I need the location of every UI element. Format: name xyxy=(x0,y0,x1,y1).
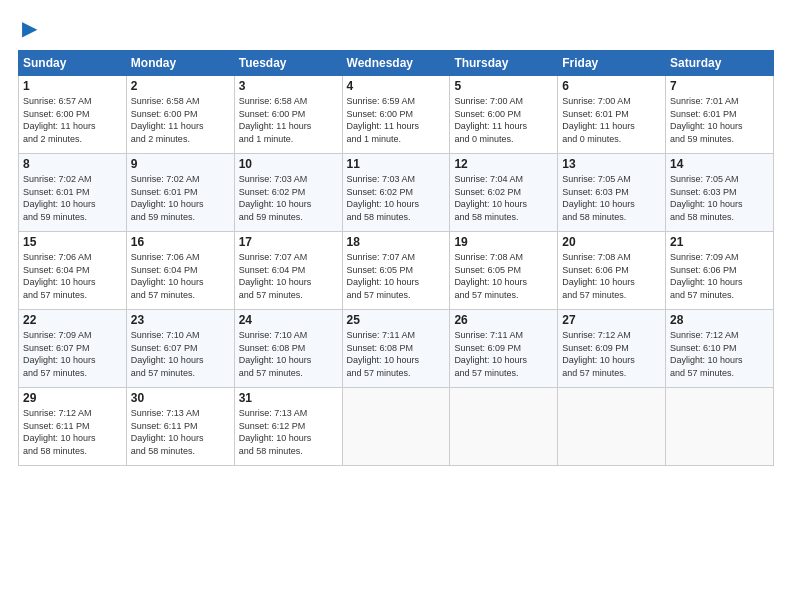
day-detail: Sunrise: 7:08 AMSunset: 6:06 PMDaylight:… xyxy=(562,251,661,301)
day-number: 28 xyxy=(670,313,769,327)
calendar-cell: 18Sunrise: 7:07 AMSunset: 6:05 PMDayligh… xyxy=(342,232,450,310)
calendar-cell: 27Sunrise: 7:12 AMSunset: 6:09 PMDayligh… xyxy=(558,310,666,388)
day-number: 5 xyxy=(454,79,553,93)
day-detail: Sunrise: 7:09 AMSunset: 6:06 PMDaylight:… xyxy=(670,251,769,301)
day-number: 25 xyxy=(347,313,446,327)
day-number: 27 xyxy=(562,313,661,327)
calendar-cell: 25Sunrise: 7:11 AMSunset: 6:08 PMDayligh… xyxy=(342,310,450,388)
calendar-week-row: 8Sunrise: 7:02 AMSunset: 6:01 PMDaylight… xyxy=(19,154,774,232)
calendar-cell: 28Sunrise: 7:12 AMSunset: 6:10 PMDayligh… xyxy=(666,310,774,388)
calendar-cell xyxy=(450,388,558,466)
day-detail: Sunrise: 7:06 AMSunset: 6:04 PMDaylight:… xyxy=(23,251,122,301)
day-number: 14 xyxy=(670,157,769,171)
day-number: 18 xyxy=(347,235,446,249)
day-number: 20 xyxy=(562,235,661,249)
day-number: 11 xyxy=(347,157,446,171)
day-number: 8 xyxy=(23,157,122,171)
calendar-cell: 9Sunrise: 7:02 AMSunset: 6:01 PMDaylight… xyxy=(126,154,234,232)
day-detail: Sunrise: 7:03 AMSunset: 6:02 PMDaylight:… xyxy=(347,173,446,223)
calendar-cell: 3Sunrise: 6:58 AMSunset: 6:00 PMDaylight… xyxy=(234,76,342,154)
day-detail: Sunrise: 6:57 AMSunset: 6:00 PMDaylight:… xyxy=(23,95,122,145)
calendar-cell: 30Sunrise: 7:13 AMSunset: 6:11 PMDayligh… xyxy=(126,388,234,466)
header: ▶ xyxy=(18,16,774,40)
day-detail: Sunrise: 7:10 AMSunset: 6:07 PMDaylight:… xyxy=(131,329,230,379)
day-number: 29 xyxy=(23,391,122,405)
calendar-cell: 23Sunrise: 7:10 AMSunset: 6:07 PMDayligh… xyxy=(126,310,234,388)
calendar-cell: 13Sunrise: 7:05 AMSunset: 6:03 PMDayligh… xyxy=(558,154,666,232)
calendar-cell xyxy=(666,388,774,466)
calendar-cell: 14Sunrise: 7:05 AMSunset: 6:03 PMDayligh… xyxy=(666,154,774,232)
day-detail: Sunrise: 6:58 AMSunset: 6:00 PMDaylight:… xyxy=(239,95,338,145)
logo-arrow-icon: ▶ xyxy=(22,16,37,40)
day-detail: Sunrise: 7:07 AMSunset: 6:04 PMDaylight:… xyxy=(239,251,338,301)
day-number: 22 xyxy=(23,313,122,327)
calendar-cell: 24Sunrise: 7:10 AMSunset: 6:08 PMDayligh… xyxy=(234,310,342,388)
day-number: 13 xyxy=(562,157,661,171)
day-detail: Sunrise: 7:03 AMSunset: 6:02 PMDaylight:… xyxy=(239,173,338,223)
calendar-body: 1Sunrise: 6:57 AMSunset: 6:00 PMDaylight… xyxy=(19,76,774,466)
calendar-cell: 15Sunrise: 7:06 AMSunset: 6:04 PMDayligh… xyxy=(19,232,127,310)
day-detail: Sunrise: 6:59 AMSunset: 6:00 PMDaylight:… xyxy=(347,95,446,145)
weekday-header: Tuesday xyxy=(234,51,342,76)
calendar: SundayMondayTuesdayWednesdayThursdayFrid… xyxy=(18,50,774,466)
day-detail: Sunrise: 7:11 AMSunset: 6:09 PMDaylight:… xyxy=(454,329,553,379)
day-number: 21 xyxy=(670,235,769,249)
weekday-header: Thursday xyxy=(450,51,558,76)
day-detail: Sunrise: 7:12 AMSunset: 6:11 PMDaylight:… xyxy=(23,407,122,457)
calendar-cell: 7Sunrise: 7:01 AMSunset: 6:01 PMDaylight… xyxy=(666,76,774,154)
day-number: 1 xyxy=(23,79,122,93)
day-detail: Sunrise: 7:13 AMSunset: 6:11 PMDaylight:… xyxy=(131,407,230,457)
calendar-cell: 22Sunrise: 7:09 AMSunset: 6:07 PMDayligh… xyxy=(19,310,127,388)
calendar-cell: 29Sunrise: 7:12 AMSunset: 6:11 PMDayligh… xyxy=(19,388,127,466)
calendar-week-row: 29Sunrise: 7:12 AMSunset: 6:11 PMDayligh… xyxy=(19,388,774,466)
calendar-cell: 4Sunrise: 6:59 AMSunset: 6:00 PMDaylight… xyxy=(342,76,450,154)
day-number: 19 xyxy=(454,235,553,249)
weekday-header: Friday xyxy=(558,51,666,76)
weekday-header: Wednesday xyxy=(342,51,450,76)
day-detail: Sunrise: 7:11 AMSunset: 6:08 PMDaylight:… xyxy=(347,329,446,379)
calendar-cell: 20Sunrise: 7:08 AMSunset: 6:06 PMDayligh… xyxy=(558,232,666,310)
calendar-cell: 2Sunrise: 6:58 AMSunset: 6:00 PMDaylight… xyxy=(126,76,234,154)
day-number: 2 xyxy=(131,79,230,93)
day-number: 15 xyxy=(23,235,122,249)
day-number: 7 xyxy=(670,79,769,93)
calendar-cell: 26Sunrise: 7:11 AMSunset: 6:09 PMDayligh… xyxy=(450,310,558,388)
calendar-cell: 6Sunrise: 7:00 AMSunset: 6:01 PMDaylight… xyxy=(558,76,666,154)
calendar-cell: 1Sunrise: 6:57 AMSunset: 6:00 PMDaylight… xyxy=(19,76,127,154)
day-detail: Sunrise: 7:06 AMSunset: 6:04 PMDaylight:… xyxy=(131,251,230,301)
day-detail: Sunrise: 7:00 AMSunset: 6:00 PMDaylight:… xyxy=(454,95,553,145)
day-detail: Sunrise: 7:01 AMSunset: 6:01 PMDaylight:… xyxy=(670,95,769,145)
day-detail: Sunrise: 7:12 AMSunset: 6:10 PMDaylight:… xyxy=(670,329,769,379)
weekday-header: Monday xyxy=(126,51,234,76)
calendar-cell: 16Sunrise: 7:06 AMSunset: 6:04 PMDayligh… xyxy=(126,232,234,310)
day-detail: Sunrise: 7:02 AMSunset: 6:01 PMDaylight:… xyxy=(131,173,230,223)
day-detail: Sunrise: 7:05 AMSunset: 6:03 PMDaylight:… xyxy=(562,173,661,223)
calendar-cell: 11Sunrise: 7:03 AMSunset: 6:02 PMDayligh… xyxy=(342,154,450,232)
day-number: 30 xyxy=(131,391,230,405)
day-number: 31 xyxy=(239,391,338,405)
day-detail: Sunrise: 6:58 AMSunset: 6:00 PMDaylight:… xyxy=(131,95,230,145)
day-detail: Sunrise: 7:07 AMSunset: 6:05 PMDaylight:… xyxy=(347,251,446,301)
day-detail: Sunrise: 7:12 AMSunset: 6:09 PMDaylight:… xyxy=(562,329,661,379)
calendar-cell: 5Sunrise: 7:00 AMSunset: 6:00 PMDaylight… xyxy=(450,76,558,154)
day-number: 12 xyxy=(454,157,553,171)
day-number: 4 xyxy=(347,79,446,93)
calendar-cell xyxy=(342,388,450,466)
logo: ▶ xyxy=(18,16,37,40)
day-number: 6 xyxy=(562,79,661,93)
day-number: 9 xyxy=(131,157,230,171)
day-number: 16 xyxy=(131,235,230,249)
calendar-week-row: 1Sunrise: 6:57 AMSunset: 6:00 PMDaylight… xyxy=(19,76,774,154)
day-detail: Sunrise: 7:13 AMSunset: 6:12 PMDaylight:… xyxy=(239,407,338,457)
calendar-cell: 17Sunrise: 7:07 AMSunset: 6:04 PMDayligh… xyxy=(234,232,342,310)
calendar-cell: 8Sunrise: 7:02 AMSunset: 6:01 PMDaylight… xyxy=(19,154,127,232)
calendar-cell: 21Sunrise: 7:09 AMSunset: 6:06 PMDayligh… xyxy=(666,232,774,310)
day-detail: Sunrise: 7:00 AMSunset: 6:01 PMDaylight:… xyxy=(562,95,661,145)
day-number: 24 xyxy=(239,313,338,327)
day-detail: Sunrise: 7:09 AMSunset: 6:07 PMDaylight:… xyxy=(23,329,122,379)
page: ▶ SundayMondayTuesdayWednesdayThursdayFr… xyxy=(0,0,792,612)
day-detail: Sunrise: 7:10 AMSunset: 6:08 PMDaylight:… xyxy=(239,329,338,379)
day-number: 17 xyxy=(239,235,338,249)
weekday-header: Saturday xyxy=(666,51,774,76)
day-detail: Sunrise: 7:05 AMSunset: 6:03 PMDaylight:… xyxy=(670,173,769,223)
